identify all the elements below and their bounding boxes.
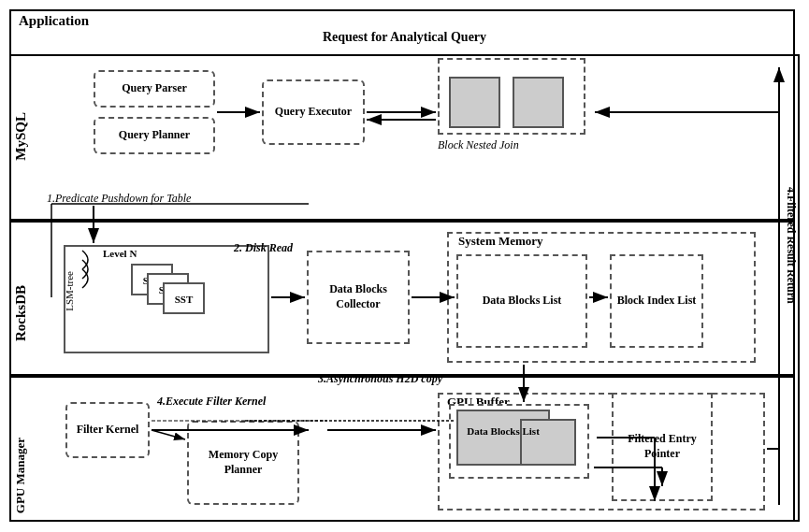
block-index-list-label: Block Index List (612, 256, 701, 346)
filter-kernel-label: Filter Kernel (67, 404, 148, 456)
data-blocks-collector-box: Data Blocks Collector (307, 251, 410, 344)
data-blocks-collector-label: Data Blocks Collector (309, 252, 408, 342)
join-buffer-2 (513, 77, 564, 128)
query-planner-box: Query Planner (94, 117, 215, 154)
query-executor-box: Query Executor (262, 79, 365, 145)
system-memory-label: System Memory (458, 234, 543, 249)
gpu-data-blocks-label: Data Blocks List (458, 425, 548, 437)
filtered-entry-label: Filtered Entry Pointer (614, 395, 711, 499)
query-parser-box: Query Parser (94, 70, 215, 108)
block-nested-label: Block Nested Join (438, 138, 519, 152)
filtered-result-label: 4.Filtered Result Return (784, 187, 798, 304)
async-h2d-label: 3.Asynchronous H2D copy (318, 372, 442, 386)
query-planner-label: Query Planner (95, 119, 213, 152)
join-buffer-1 (449, 77, 500, 128)
disk-read-label: 2. Disk Read (234, 241, 293, 255)
sst-box-3: SST (163, 282, 205, 314)
lsm-label: LSM-tree (64, 271, 75, 311)
data-blocks-list-label: Data Blocks List (458, 256, 585, 346)
execute-filter-label: 4.Execute Filter Kernel (157, 395, 266, 409)
query-executor-label: Query Executor (264, 81, 363, 143)
memory-copy-planner-box: Memory Copy Planner (187, 421, 299, 505)
mysql-label: MySQL (13, 112, 29, 161)
level-n-label: Level N (103, 248, 137, 259)
app-title: Application (19, 13, 89, 29)
rocksdb-label: RocksDB (13, 285, 29, 341)
request-label: Request for Analytical Query (0, 30, 809, 45)
memory-copy-planner-label: Memory Copy Planner (189, 423, 297, 503)
filtered-entry-outer: Filtered Entry Pointer (612, 393, 713, 501)
predicate-label: 1.Predicate Pushdown for Table (47, 192, 191, 206)
block-index-list-box: Block Index List (610, 254, 703, 348)
diagram: Application Request for Analytical Query… (0, 0, 809, 532)
gpu-label: GPU Manager (13, 438, 28, 513)
data-blocks-list-box: Data Blocks List (456, 254, 587, 348)
query-parser-label: Query Parser (95, 72, 213, 106)
filter-kernel-box: Filter Kernel (65, 402, 150, 458)
